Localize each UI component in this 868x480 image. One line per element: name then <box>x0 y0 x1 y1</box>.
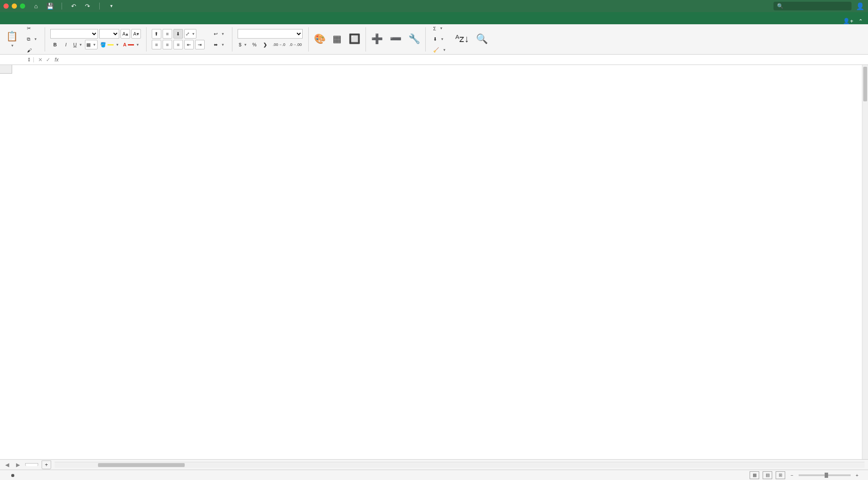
align-bottom-button[interactable]: ⬇ <box>173 29 183 39</box>
fx-icon[interactable]: fx <box>55 57 59 63</box>
increase-decimal-button[interactable]: .00→.0 <box>271 40 287 49</box>
format-cells-button[interactable]: 🔧 <box>406 32 423 47</box>
italic-button[interactable]: I <box>61 40 71 49</box>
name-box-arrows-icon: ▲▼ <box>27 57 31 62</box>
currency-button[interactable]: $▼ <box>238 40 248 49</box>
scissors-icon: ✂ <box>27 26 31 31</box>
find-select-button[interactable]: 🔍 <box>473 32 490 47</box>
undo-icon[interactable]: ↶ <box>70 2 78 10</box>
sheet-nav-prev-icon[interactable]: ◀ <box>3 462 11 468</box>
merge-icon: ⬌ <box>214 42 218 48</box>
fill-button[interactable]: ⬇▼ <box>431 35 448 44</box>
conditional-formatting-button[interactable]: 🎨 <box>311 32 328 47</box>
delete-icon: ➖ <box>390 33 401 45</box>
sort-icon: ᴬᴢ↓ <box>455 33 469 45</box>
paintbrush-icon: 🖌 <box>27 48 32 53</box>
autosum-button[interactable]: Σ▼ <box>431 24 448 33</box>
align-right-button[interactable]: ≡ <box>173 40 183 49</box>
collapse-ribbon-icon[interactable]: ⌃ <box>858 18 863 24</box>
increase-indent-button[interactable]: ⇥ <box>195 40 205 49</box>
clear-button[interactable]: 🧹▼ <box>431 45 448 55</box>
window-minimize-button[interactable] <box>12 3 17 9</box>
cancel-formula-icon[interactable]: ✕ <box>38 57 42 63</box>
share-button[interactable]: 👤+ <box>843 18 853 24</box>
qat-customize-icon[interactable]: ▼ <box>108 2 115 10</box>
chevron-down-icon: ▼ <box>11 44 14 48</box>
orientation-button[interactable]: ⤢▼ <box>184 29 196 39</box>
page-layout-view-button[interactable]: ▤ <box>763 471 772 479</box>
window-maximize-button[interactable] <box>20 3 25 9</box>
align-center-button[interactable]: ≡ <box>163 40 172 49</box>
decrease-font-button[interactable]: A▾ <box>131 29 141 39</box>
cond-format-icon: 🎨 <box>314 33 326 45</box>
page-break-view-button[interactable]: ⊞ <box>776 471 785 479</box>
format-as-table-button[interactable]: ▦ <box>330 32 344 47</box>
bold-button[interactable]: B <box>50 40 60 49</box>
home-icon[interactable]: ⌂ <box>32 2 40 10</box>
align-left-button[interactable]: ≡ <box>152 40 161 49</box>
zoom-out-button[interactable]: − <box>789 473 795 478</box>
insert-cells-button[interactable]: ➕ <box>369 32 385 47</box>
cut-button[interactable]: ✂ <box>25 24 39 33</box>
delete-cells-button[interactable]: ➖ <box>387 32 404 47</box>
align-middle-button[interactable]: ≡ <box>163 29 172 39</box>
copy-button[interactable]: ⧉▼ <box>25 35 39 44</box>
vertical-scrollbar[interactable] <box>862 65 868 459</box>
increase-font-button[interactable]: A▴ <box>121 29 130 39</box>
fill-icon: ⬇ <box>433 36 437 42</box>
search-sheet-input[interactable]: 🔍 <box>773 2 852 10</box>
align-top-button[interactable]: ⬆ <box>152 29 161 39</box>
name-box[interactable]: ▲▼ <box>0 57 34 62</box>
window-close-button[interactable] <box>3 3 9 9</box>
search-icon: 🔍 <box>777 3 783 9</box>
macro-record-icon[interactable]: ⏺ <box>10 473 15 478</box>
fill-color-button[interactable]: 🪣▼ <box>99 40 121 49</box>
font-color-button[interactable]: A▼ <box>122 40 141 49</box>
paste-icon: 📋 <box>6 31 18 42</box>
wrap-icon: ↩ <box>214 31 218 37</box>
copy-icon: ⧉ <box>27 36 30 42</box>
redo-icon[interactable]: ↷ <box>84 2 91 10</box>
sheet-tab[interactable] <box>25 463 38 466</box>
borders-button[interactable]: ▦▼ <box>85 40 98 49</box>
wrap-text-button[interactable]: ↩▼ <box>212 29 227 39</box>
add-sheet-button[interactable]: + <box>42 461 51 469</box>
sort-filter-button[interactable]: ᴬᴢ↓ <box>453 32 472 47</box>
font-name-select[interactable] <box>50 29 98 39</box>
merge-center-button[interactable]: ⬌▼ <box>212 40 227 49</box>
horizontal-scrollbar[interactable] <box>55 462 865 468</box>
cell-styles-button[interactable]: 🔲 <box>346 32 363 47</box>
number-format-select[interactable] <box>238 29 303 39</box>
sheet-nav-next-icon[interactable]: ▶ <box>14 462 22 468</box>
select-all-corner[interactable] <box>0 65 12 74</box>
font-size-select[interactable] <box>99 29 119 39</box>
enter-formula-icon[interactable]: ✓ <box>46 57 50 63</box>
insert-icon: ➕ <box>371 33 383 45</box>
user-icon[interactable]: 👤 <box>856 2 865 10</box>
ribbon-home: 📋 ▼ ✂ ⧉▼ 🖌 A▴ A▾ B I U▼ ▦▼ 🪣▼ A▼ ⬆ ≡ ⬇ <box>0 24 868 55</box>
format-icon: 🔧 <box>408 33 420 45</box>
find-icon: 🔍 <box>476 33 488 45</box>
ribbon-tabs: 👤+ ⌃ <box>0 12 868 24</box>
normal-view-button[interactable]: ▦ <box>750 471 759 479</box>
underline-button[interactable]: U▼ <box>72 40 84 49</box>
comma-button[interactable]: ❯ <box>261 40 270 49</box>
paste-button[interactable]: 📋 ▼ <box>3 29 20 49</box>
decrease-indent-button[interactable]: ⇤ <box>184 40 194 49</box>
sigma-icon: Σ <box>433 26 436 31</box>
cell-styles-icon: 🔲 <box>349 33 360 45</box>
zoom-in-button[interactable]: + <box>854 473 860 478</box>
save-icon[interactable]: 💾 <box>46 2 54 10</box>
percent-button[interactable]: % <box>250 40 259 49</box>
decrease-decimal-button[interactable]: .0→.00 <box>288 40 303 49</box>
table-icon: ▦ <box>333 33 342 45</box>
format-painter-button[interactable]: 🖌 <box>25 45 39 55</box>
zoom-slider[interactable] <box>799 474 851 476</box>
eraser-icon: 🧹 <box>433 47 439 53</box>
